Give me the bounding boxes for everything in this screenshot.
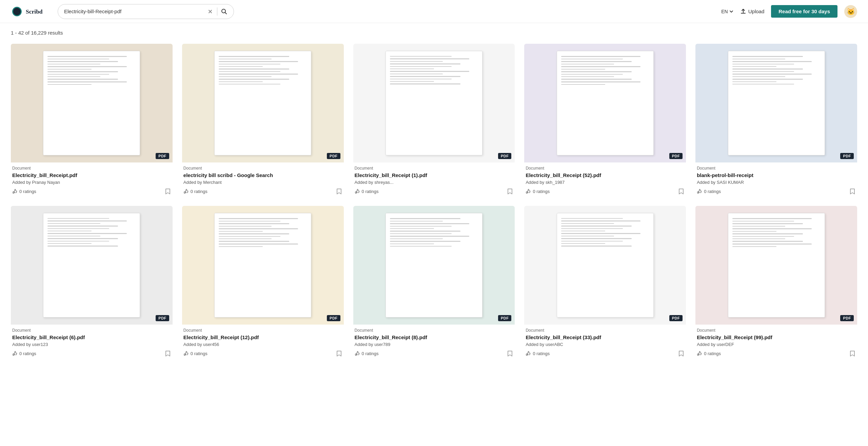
bookmark-button[interactable]	[849, 188, 856, 195]
read-free-button[interactable]: Read free for 30 days	[771, 5, 837, 18]
language-selector[interactable]: EN	[721, 9, 733, 14]
thumbs-up-icon	[183, 351, 189, 356]
ratings-count: 0 ratings	[191, 351, 208, 356]
upload-button[interactable]: Upload	[740, 8, 765, 15]
bookmark-button[interactable]	[678, 188, 685, 195]
avatar[interactable]: 🐱	[844, 5, 857, 18]
pdf-badge: PDF	[669, 315, 683, 321]
card-footer: 0 ratings	[12, 350, 171, 357]
search-button[interactable]	[219, 8, 230, 15]
card-thumbnail: PDF	[524, 206, 686, 325]
ratings-count: 0 ratings	[362, 189, 379, 194]
bookmark-button[interactable]	[336, 350, 342, 357]
bookmark-button[interactable]	[507, 350, 513, 357]
thumbs-up-icon	[183, 189, 189, 194]
doc-lines	[559, 53, 651, 153]
chevron-down-icon	[729, 9, 733, 14]
card-author: Added by user456	[183, 342, 342, 347]
card-footer: 0 ratings	[697, 188, 856, 195]
search-divider	[217, 7, 217, 16]
card-type: Document	[697, 166, 856, 171]
doc-card-6[interactable]: PDF Document Electricity_bill_Receipt (6…	[11, 206, 173, 358]
bookmark-button[interactable]	[849, 350, 856, 357]
bookmark-button[interactable]	[678, 350, 685, 357]
results-summary: 1 - 42 of 16,229 results	[0, 23, 868, 40]
pdf-badge: PDF	[156, 315, 169, 321]
doc-preview	[214, 51, 311, 155]
thumbs-up-icon	[355, 351, 360, 356]
doc-preview	[728, 213, 825, 317]
ratings-count: 0 ratings	[19, 351, 36, 356]
doc-preview	[386, 51, 482, 155]
card-author: Added by userABC	[526, 342, 685, 347]
card-type: Document	[697, 328, 856, 333]
doc-card-7[interactable]: PDF Document Electricity_bill_Receipt (1…	[182, 206, 344, 358]
search-icon	[221, 8, 228, 15]
bookmark-icon	[336, 188, 342, 194]
pdf-badge: PDF	[669, 153, 683, 159]
card-title: Electricity_bill_Receipt (6).pdf	[12, 334, 171, 341]
bookmark-icon	[336, 350, 342, 356]
card-info: Document Electricity_bill_Receipt (99).p…	[695, 325, 857, 359]
ratings-count: 0 ratings	[362, 351, 379, 356]
card-type: Document	[526, 166, 685, 171]
pdf-badge: PDF	[327, 315, 340, 321]
card-author: Added by user789	[355, 342, 514, 347]
card-info: Document blank-petrol-bill-receipt Added…	[695, 162, 857, 197]
ratings: 0 ratings	[697, 351, 721, 356]
search-clear-button[interactable]	[205, 9, 216, 14]
card-info: Document Electricity_bill_Receipt.pdf Ad…	[11, 162, 173, 197]
card-type: Document	[183, 166, 342, 171]
card-info: Document Electricity_bill_Receipt (52).p…	[524, 162, 686, 197]
doc-card-8[interactable]: PDF Document Electricity_bill_Receipt (8…	[353, 206, 515, 358]
card-type: Document	[526, 328, 685, 333]
card-footer: 0 ratings	[12, 188, 171, 195]
card-thumbnail: PDF	[353, 44, 515, 162]
pdf-badge: PDF	[840, 153, 854, 159]
results-grid: PDF Document Electricity_bill_Receipt.pd…	[0, 40, 868, 369]
bookmark-icon	[850, 188, 855, 194]
doc-card-1[interactable]: PDF Document Electricity_bill_Receipt.pd…	[11, 44, 173, 196]
doc-card-5[interactable]: PDF Document blank-petrol-bill-receipt A…	[695, 44, 857, 196]
pdf-badge: PDF	[327, 153, 340, 159]
search-input[interactable]	[64, 8, 205, 14]
card-author: Added by SASI KUMAR	[697, 180, 856, 185]
doc-lines	[45, 53, 138, 153]
card-author: Added by Pranay Nayan	[12, 180, 171, 185]
doc-preview	[43, 213, 140, 317]
card-thumbnail: PDF	[182, 206, 344, 325]
ratings: 0 ratings	[697, 189, 721, 194]
search-bar	[58, 4, 234, 19]
card-info: Document Electricity_bill_Receipt (1).pd…	[353, 162, 515, 197]
card-title: electricity bill scribd - Google Search	[183, 172, 342, 179]
logo[interactable]: Scribd	[11, 5, 50, 18]
doc-lines	[559, 215, 651, 315]
card-type: Document	[12, 166, 171, 171]
card-info: Document Electricity_bill_Receipt (6).pd…	[11, 325, 173, 359]
doc-card-4[interactable]: PDF Document Electricity_bill_Receipt (5…	[524, 44, 686, 196]
bookmark-button[interactable]	[164, 188, 171, 195]
ratings: 0 ratings	[12, 189, 36, 194]
card-footer: 0 ratings	[526, 188, 685, 195]
bookmark-button[interactable]	[507, 188, 513, 195]
bookmark-button[interactable]	[164, 350, 171, 357]
upload-label: Upload	[748, 8, 765, 14]
ratings: 0 ratings	[355, 351, 379, 356]
card-title: Electricity_bill_Receipt (99).pdf	[697, 334, 856, 341]
card-author: Added by user123	[12, 342, 171, 347]
doc-lines	[388, 53, 480, 153]
card-info: Document Electricity_bill_Receipt (33).p…	[524, 325, 686, 359]
card-title: Electricity_bill_Receipt.pdf	[12, 172, 171, 179]
doc-card-9[interactable]: PDF Document Electricity_bill_Receipt (3…	[524, 206, 686, 358]
bookmark-button[interactable]	[336, 188, 342, 195]
card-footer: 0 ratings	[355, 350, 514, 357]
bookmark-icon	[507, 188, 513, 194]
doc-card-3[interactable]: PDF Document Electricity_bill_Receipt (1…	[353, 44, 515, 196]
ratings-count: 0 ratings	[704, 351, 721, 356]
doc-card-10[interactable]: PDF Document Electricity_bill_Receipt (9…	[695, 206, 857, 358]
bookmark-icon	[165, 188, 171, 194]
upload-icon	[740, 8, 746, 15]
doc-preview	[557, 51, 654, 155]
doc-card-2[interactable]: PDF Document electricity bill scribd - G…	[182, 44, 344, 196]
card-thumbnail: PDF	[695, 206, 857, 325]
